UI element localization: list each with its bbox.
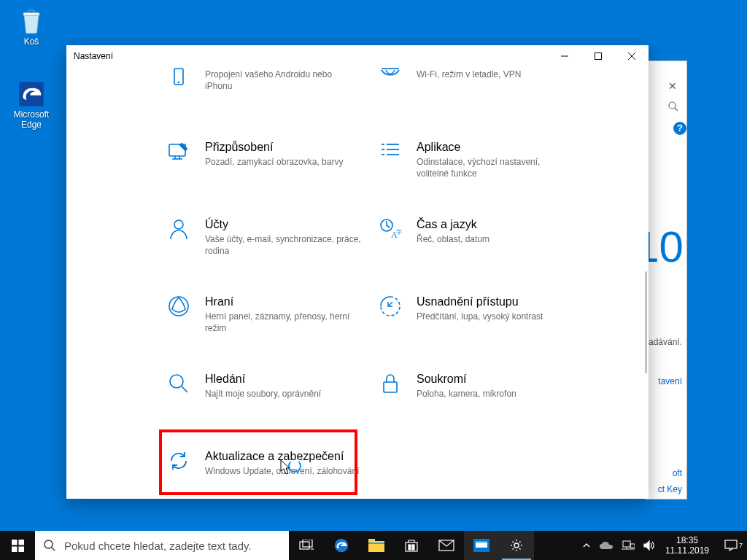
category-privacy-title: Soukromí: [417, 372, 516, 386]
taskbar-mail[interactable]: [429, 531, 464, 560]
category-network[interactable]: Wi-Fi, režim v letadle, VPN: [376, 67, 573, 96]
bgwin-search-icon[interactable]: [667, 101, 679, 112]
tray-time: 18:35: [665, 535, 709, 545]
category-personalization-title: Přizpůsobení: [205, 140, 343, 155]
window-title: Nastavení: [66, 51, 113, 61]
svg-point-33: [44, 540, 53, 548]
category-gaming-desc: Herní panel, záznamy, přenosy, herní rež…: [205, 311, 361, 334]
svg-rect-0: [23, 12, 39, 15]
gaming-icon: [164, 295, 193, 324]
svg-point-2: [669, 102, 676, 109]
taskbar-search-icon: [35, 539, 64, 552]
taskbar-store[interactable]: [394, 531, 429, 560]
maximize-button[interactable]: [581, 45, 615, 67]
svg-point-25: [169, 297, 188, 316]
mouse-cursor-icon: [280, 459, 292, 475]
svg-point-26: [170, 375, 183, 388]
category-accounts[interactable]: ÚčtyVaše účty, e-mail, synchronizace, pr…: [164, 217, 361, 257]
svg-rect-56: [725, 540, 737, 548]
recycle-bin[interactable]: Koš: [6, 6, 57, 47]
task-view-button[interactable]: [289, 531, 324, 560]
svg-rect-55: [630, 544, 635, 548]
bgwin-link-fragment-2[interactable]: oft: [673, 468, 682, 478]
svg-rect-45: [409, 548, 411, 550]
category-search-desc: Najít moje soubory, oprávnění: [205, 388, 321, 400]
edge-icon: [16, 79, 47, 109]
category-privacy[interactable]: SoukromíPoloha, kamera, mikrofon: [376, 372, 573, 401]
svg-point-51: [514, 543, 519, 548]
category-personalization-desc: Pozadí, zamykací obrazovka, barvy: [205, 156, 343, 168]
svg-point-21: [174, 220, 183, 229]
taskbar: Pokud chcete hledat, zadejte text tady. …: [0, 531, 747, 560]
category-gaming-title: Hraní: [205, 295, 361, 309]
tray-network-icon[interactable]: [617, 540, 639, 551]
category-ease-of-access[interactable]: Usnadnění přístupuPředčítání, lupa, vyso…: [376, 295, 573, 324]
category-search-title: Hledání: [205, 372, 321, 386]
tray-overflow-button[interactable]: [578, 541, 595, 550]
bgwin-link-fragment-3[interactable]: ct Key: [658, 484, 682, 494]
microsoft-edge[interactable]: Microsoft Edge: [6, 79, 57, 130]
svg-rect-28: [384, 382, 397, 392]
close-button[interactable]: [615, 45, 649, 67]
tray-onedrive-icon[interactable]: [595, 541, 617, 550]
personalization-icon: [164, 140, 193, 169]
svg-rect-43: [409, 545, 411, 547]
category-phone[interactable]: Propojení vašeho Androidu nebo iPhonu: [164, 67, 361, 96]
bgwin-help-icon[interactable]: ?: [673, 122, 686, 135]
privacy-icon: [376, 372, 405, 401]
svg-rect-50: [476, 541, 487, 542]
recycle-bin-icon: [16, 6, 47, 36]
bgwin-text-fragment: adávání.: [649, 337, 682, 347]
taskbar-settings[interactable]: [499, 531, 534, 560]
phone-icon: [164, 67, 193, 96]
category-privacy-desc: Poloha, kamera, mikrofon: [417, 388, 516, 400]
settings-window: Nastavení Propojení vašeho Androidu nebo…: [66, 45, 649, 499]
start-button[interactable]: [0, 531, 35, 560]
background-window: ✕ ? 10 adávání. tavení oft ct Key: [645, 61, 687, 499]
titlebar[interactable]: Nastavení: [66, 45, 649, 67]
svg-rect-32: [18, 546, 24, 552]
category-network-desc: Wi-Fi, režim v letadle, VPN: [417, 69, 521, 80]
category-time-language[interactable]: A字 Čas a jazykŘeč, oblast, datum: [376, 217, 573, 246]
tray-clock[interactable]: 18:35 11.11.2019: [659, 535, 715, 556]
svg-text:字: 字: [396, 229, 402, 236]
category-apps-title: Aplikace: [417, 140, 573, 155]
minimize-button[interactable]: [548, 45, 581, 67]
notification-count: 7: [739, 542, 743, 549]
category-gaming[interactable]: HraníHerní panel, záznamy, přenosy, hern…: [164, 295, 361, 334]
svg-rect-29: [12, 540, 18, 545]
annotation-highlight: [159, 429, 357, 495]
bgwin-link-fragment-1[interactable]: tavení: [658, 376, 682, 386]
taskbar-search[interactable]: Pokud chcete hledat, zadejte text tady.: [35, 531, 289, 560]
category-apps[interactable]: AplikaceOdinstalace, výchozí nastavení, …: [376, 140, 573, 179]
svg-rect-36: [303, 540, 312, 547]
svg-rect-30: [18, 540, 24, 545]
svg-line-3: [675, 108, 678, 111]
svg-rect-52: [623, 541, 630, 547]
edge-label: Microsoft Edge: [6, 109, 57, 130]
taskbar-edge[interactable]: [324, 531, 359, 560]
category-accounts-title: Účty: [205, 217, 361, 232]
category-ease-title: Usnadnění přístupu: [417, 295, 543, 309]
category-accounts-desc: Vaše účty, e-mail, synchronizace, práce,…: [205, 233, 361, 257]
category-ease-desc: Předčítání, lupa, vysoký kontrast: [417, 311, 543, 322]
time-language-icon: A字: [376, 217, 405, 246]
scrollbar-thumb[interactable]: [645, 271, 647, 373]
svg-rect-41: [368, 542, 384, 544]
category-apps-desc: Odinstalace, výchozí nastavení, voliteln…: [417, 156, 573, 179]
svg-rect-35: [300, 542, 309, 549]
taskbar-app-running[interactable]: [464, 531, 499, 560]
category-personalization[interactable]: PřizpůsobeníPozadí, zamykací obrazovka, …: [164, 140, 361, 169]
taskbar-search-placeholder: Pokud chcete hledat, zadejte text tady.: [64, 540, 252, 552]
category-time-title: Čas a jazyk: [417, 217, 489, 232]
search-icon: [164, 372, 193, 401]
svg-rect-42: [406, 542, 417, 551]
category-search[interactable]: HledáníNajít moje soubory, oprávnění: [164, 372, 361, 401]
category-time-desc: Řeč, oblast, datum: [417, 233, 489, 245]
svg-rect-5: [595, 53, 602, 60]
accounts-icon: [164, 217, 193, 246]
taskbar-file-explorer[interactable]: [359, 531, 394, 560]
tray-volume-icon[interactable]: [639, 540, 659, 551]
action-center-button[interactable]: 7: [715, 539, 747, 552]
bgwin-close-icon[interactable]: ✕: [668, 80, 677, 92]
